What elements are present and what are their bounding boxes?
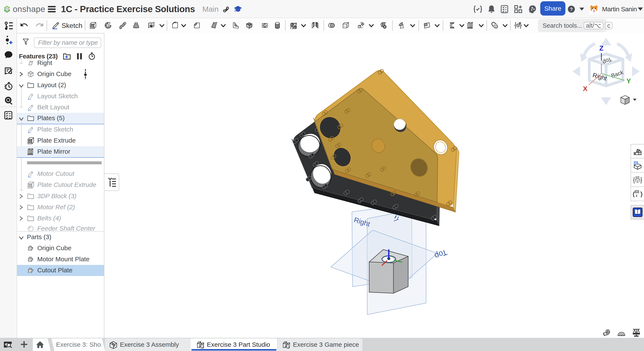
svg-text:Y: Y: [626, 77, 631, 85]
svg-text:?: ?: [570, 7, 573, 12]
svg-text:Z: Z: [599, 44, 604, 52]
svg-text:Top: Top: [433, 248, 448, 260]
svg-text:x: x: [635, 193, 638, 198]
svg-text:X: X: [583, 85, 588, 93]
